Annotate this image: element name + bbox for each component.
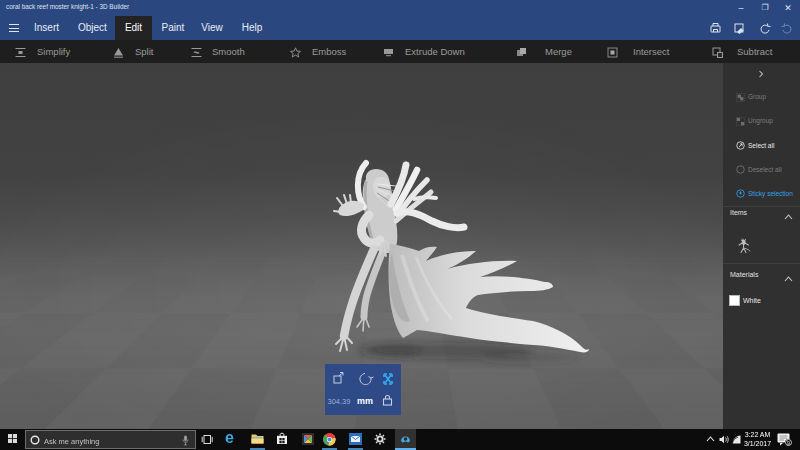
svg-text:9: 9 <box>787 440 790 446</box>
